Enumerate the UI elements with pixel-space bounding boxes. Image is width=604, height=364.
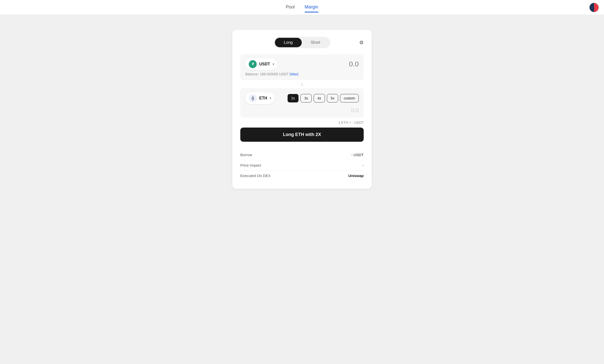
header: Pool Margin (0, 0, 604, 15)
eth-leverage-section: ⟠ ETH ▾ 2x 3x 4x 5x custom 0.0 (240, 88, 364, 118)
eth-chevron-icon: ▾ (270, 96, 271, 100)
price-impact-label: Price Impact (240, 163, 261, 167)
eth-icon: ⟠ (249, 94, 257, 102)
price-impact-value: - (362, 163, 364, 167)
price-impact-row: Price Impact - (240, 160, 364, 171)
usdt-input-section: ₮ USDT ▾ Balance: 188.000005 USDT (Max) (240, 54, 364, 80)
usdt-amount-input[interactable] (321, 60, 359, 68)
action-button[interactable]: Long ETH with 2X (240, 128, 364, 142)
user-avatar[interactable] (589, 2, 599, 12)
usdt-input-row: ₮ USDT ▾ (245, 58, 359, 70)
tab-bar: Pool Margin (286, 2, 318, 12)
max-button[interactable]: (Max) (290, 72, 299, 76)
usdt-symbol: USDT (259, 62, 270, 66)
borrow-value: - USDT (351, 153, 364, 157)
trading-card: Long Short ⚙ ₮ USDT ▾ Balance: 188.00000… (232, 30, 372, 189)
leverage-2x-button[interactable]: 2x (288, 94, 299, 102)
card-header: Long Short ⚙ (240, 37, 364, 48)
leverage-4x-button[interactable]: 4x (314, 94, 325, 102)
leverage-3x-button[interactable]: 3x (301, 94, 312, 102)
dex-value: Uniswap (348, 174, 364, 178)
long-short-toggle: Long Short (274, 37, 330, 48)
eth-amount-display: 0.0 (245, 107, 359, 114)
short-button[interactable]: Short (302, 38, 329, 47)
usdt-token-selector[interactable]: ₮ USDT ▾ (245, 58, 278, 70)
borrow-row: Borrow - USDT (240, 150, 364, 160)
eth-token-selector[interactable]: ⟠ ETH ▾ (245, 92, 275, 104)
balance-row: Balance: 188.000005 USDT (Max) (245, 72, 359, 76)
leverage-5x-button[interactable]: 5x (327, 94, 338, 102)
exchange-rate: 1 ETH = - USDT (240, 121, 364, 125)
tab-pool[interactable]: Pool (286, 2, 295, 12)
dex-label: Executed On DEX (240, 174, 271, 178)
usdt-chevron-icon: ▾ (273, 62, 274, 66)
eth-symbol: ETH (259, 96, 267, 100)
main-content: Long Short ⚙ ₮ USDT ▾ Balance: 188.00000… (0, 15, 604, 364)
leverage-custom-button[interactable]: custom (340, 94, 359, 102)
dex-row: Executed On DEX Uniswap (240, 171, 364, 181)
usdt-icon: ₮ (249, 60, 257, 68)
leverage-buttons: 2x 3x 4x 5x custom (288, 94, 359, 102)
tab-margin[interactable]: Margin (305, 2, 318, 12)
settings-icon[interactable]: ⚙ (359, 40, 364, 46)
balance-text: Balance: 188.000005 USDT (245, 72, 289, 76)
long-button[interactable]: Long (275, 38, 302, 47)
leverage-row: ⟠ ETH ▾ 2x 3x 4x 5x custom (245, 92, 359, 104)
down-arrow-icon: ↓ (301, 82, 303, 87)
borrow-label: Borrow (240, 153, 252, 157)
info-section: Borrow - USDT Price Impact - Executed On… (240, 148, 364, 181)
swap-arrow: ↓ (240, 82, 364, 87)
